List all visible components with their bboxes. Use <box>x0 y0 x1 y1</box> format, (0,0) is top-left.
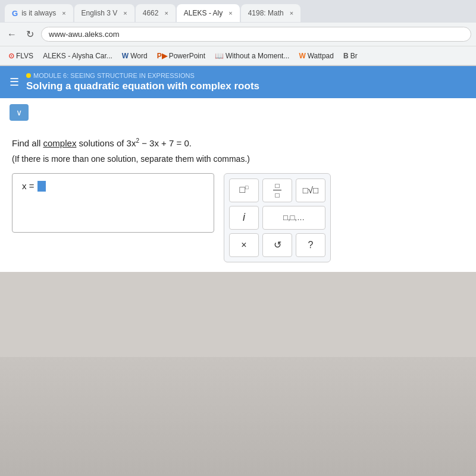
wattpad-icon: W <box>299 52 305 60</box>
complex-word: complex <box>43 138 77 148</box>
tab-close-btn[interactable]: × <box>228 10 232 17</box>
answer-keyboard-row: x = □□ □ □ □√□ <box>12 173 464 262</box>
bookmark-wattpad[interactable]: W Wattpad <box>295 51 337 61</box>
background-overlay <box>0 357 476 476</box>
bookmark-without-moment[interactable]: 📖 Without a Moment... <box>211 51 293 61</box>
back-button[interactable]: ← <box>5 28 19 41</box>
word-icon: W <box>122 52 129 60</box>
tab-is-it-always[interactable]: G is it always × <box>5 4 73 22</box>
tab-close-btn[interactable]: × <box>290 10 293 17</box>
hamburger-menu[interactable]: ☰ <box>10 76 19 89</box>
module-label: MODULE 6: SEEING STRUCTURE IN EXPRESSION… <box>26 72 259 79</box>
tab-close-btn[interactable]: × <box>164 10 168 17</box>
bookmark-aleks[interactable]: ALEKS - Alysha Car... <box>39 51 116 61</box>
bookmark-powerpoint[interactable]: P▶ PowerPoint <box>154 51 209 61</box>
tab-close-btn[interactable]: × <box>123 10 127 17</box>
answer-box[interactable]: x = <box>12 173 214 233</box>
tab-math[interactable]: 4198: Math × <box>241 4 300 22</box>
expand-btn-container: ∨ <box>0 98 476 127</box>
flvs-icon: ⊙ <box>8 52 14 60</box>
undo-btn[interactable]: ↺ <box>262 233 292 257</box>
tab-4662[interactable]: 4662 × <box>136 4 176 22</box>
imaginary-btn[interactable]: i <box>229 206 259 230</box>
tab-bar: G is it always × English 3 V × 4662 × AL… <box>0 0 476 23</box>
reload-button[interactable]: ↻ <box>24 27 36 41</box>
fraction-btn[interactable]: □ □ <box>262 178 292 202</box>
keyboard-row-3: × ↺ ? <box>229 233 325 257</box>
bookmark-br[interactable]: B Br <box>340 51 361 61</box>
tab-close-btn[interactable]: × <box>62 10 65 17</box>
multiply-btn[interactable]: × <box>229 233 259 257</box>
aleks-header: ☰ MODULE 6: SEEING STRUCTURE IN EXPRESSI… <box>0 66 476 98</box>
problem-area: Find all complex solutions of 3x2 − 3x +… <box>0 127 476 272</box>
superscript-btn[interactable]: □□ <box>229 178 259 202</box>
keyboard-row-2: i □,□,… <box>229 206 325 230</box>
problem-subinstruction: (If there is more than one solution, sep… <box>12 154 464 164</box>
page-title: Solving a quadratic equation with comple… <box>26 80 259 92</box>
tab-aleks[interactable]: ALEKS - Aly × <box>177 4 240 22</box>
powerpoint-icon: P▶ <box>157 52 167 60</box>
header-text: MODULE 6: SEEING STRUCTURE IN EXPRESSION… <box>26 72 259 92</box>
book-icon: 📖 <box>215 52 224 60</box>
bookmarks-bar: ⊙ FLVS ALEKS - Alysha Car... W Word P▶ P… <box>0 46 476 65</box>
bookmark-word[interactable]: W Word <box>118 51 151 61</box>
problem-instruction: Find all complex solutions of 3x2 − 3x +… <box>12 136 464 151</box>
bookmark-flvs[interactable]: ⊙ FLVS <box>5 51 37 61</box>
address-bar[interactable]: www-awu.aleks.com <box>41 27 471 42</box>
math-keyboard: □□ □ □ □√□ i <box>224 173 331 262</box>
tab-english[interactable]: English 3 V × <box>74 4 134 22</box>
expand-button[interactable]: ∨ <box>10 104 29 121</box>
br-icon: B <box>343 52 349 60</box>
sqrt-btn[interactable]: □√□ <box>296 178 325 202</box>
answer-label: x = <box>22 181 34 191</box>
sequence-btn[interactable]: □,□,… <box>262 206 325 230</box>
address-bar-row: ← ↻ www-awu.aleks.com <box>0 23 476 46</box>
module-dot <box>26 73 31 78</box>
keyboard-row-1: □□ □ □ □√□ <box>229 178 325 202</box>
aleks-app: ☰ MODULE 6: SEEING STRUCTURE IN EXPRESSI… <box>0 66 476 272</box>
browser-chrome: G is it always × English 3 V × 4662 × AL… <box>0 0 476 66</box>
answer-cursor <box>37 181 46 192</box>
help-btn[interactable]: ? <box>296 233 325 257</box>
